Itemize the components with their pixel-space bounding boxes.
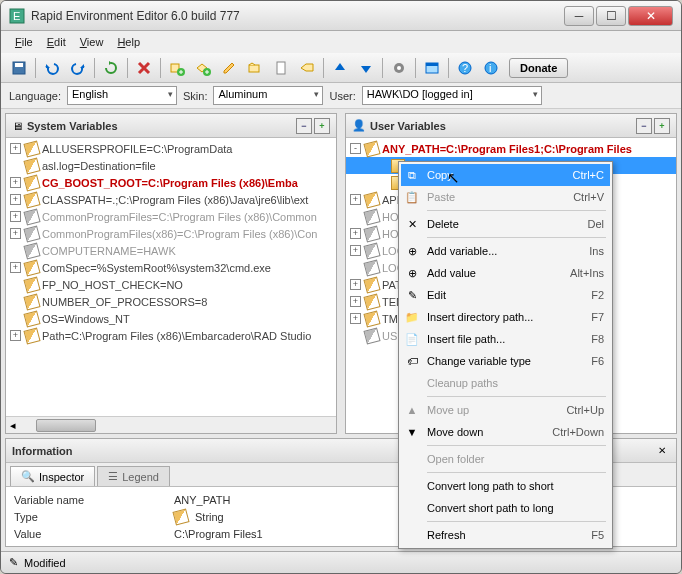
menu-view[interactable]: View [74,34,110,50]
svg-rect-3 [15,63,23,67]
modified-icon: ✎ [9,556,18,569]
svg-point-10 [397,66,401,70]
window-title: Rapid Environment Editor 6.0 build 777 [31,9,564,23]
menu-convert-long-path-to-short[interactable]: Convert long path to short [401,475,610,497]
menu-move-down[interactable]: ▼Move downCtrl+Down [401,421,610,443]
system-tree[interactable]: +ALLUSERSPROFILE=C:\ProgramDataasl.log=D… [6,138,336,416]
tree-row[interactable]: +CommonProgramFiles=C:\Program Files (x8… [6,208,336,225]
delete-button[interactable] [132,56,156,80]
edit-button[interactable] [217,56,241,80]
titlebar[interactable]: E Rapid Environment Editor 6.0 build 777… [1,1,681,31]
undo-button[interactable] [40,56,64,80]
help-button[interactable]: ? [453,56,477,80]
menu-file[interactable]: File [9,34,39,50]
sys-add-button[interactable]: + [314,118,330,134]
menu-help[interactable]: Help [111,34,146,50]
svg-text:?: ? [462,62,468,74]
sys-collapse-button[interactable]: − [296,118,312,134]
tree-row[interactable]: +ComSpec=%SystemRoot%\system32\cmd.exe [6,259,336,276]
language-select[interactable]: English [67,86,177,105]
context-menu[interactable]: ⧉CopyCtrl+C📋PasteCtrl+V✕DeleteDel⊕Add va… [398,161,613,549]
menu-edit[interactable]: ✎EditF2 [401,284,610,306]
up-button[interactable] [328,56,352,80]
svg-rect-12 [426,63,438,66]
down-button[interactable] [354,56,378,80]
usr-add-button[interactable]: + [654,118,670,134]
tree-row[interactable]: +Path=C:\Program Files (x86)\Embarcadero… [6,327,336,344]
window-button[interactable] [420,56,444,80]
tree-row[interactable]: FP_NO_HOST_CHECK=NO [6,276,336,293]
sys-pane-title: System Variables [27,120,294,132]
menu-add-variable-[interactable]: ⊕Add variable...Ins [401,240,610,262]
sys-pane-icon: 🖥 [12,120,23,132]
tab-inspector[interactable]: 🔍Inspector [10,466,95,486]
toolbar: ? i Donate [1,53,681,83]
system-variables-pane: 🖥 System Variables − + +ALLUSERSPROFILE=… [5,113,337,434]
menu-cleanup-paths: Cleanup paths [401,372,610,394]
tree-row[interactable]: +CommonProgramFiles(x86)=C:\Program File… [6,225,336,242]
refresh-button[interactable] [99,56,123,80]
usr-collapse-button[interactable]: − [636,118,652,134]
tree-row[interactable]: -ANY_PATH=C:\Program Files1;C:\Program F… [346,140,676,157]
info-button[interactable]: i [479,56,503,80]
insert-dir-button[interactable] [243,56,267,80]
add-value-button[interactable] [191,56,215,80]
menu-copy[interactable]: ⧉CopyCtrl+C [401,164,610,186]
tree-row[interactable]: +ALLUSERSPROFILE=C:\ProgramData [6,140,336,157]
menu-delete[interactable]: ✕DeleteDel [401,213,610,235]
svg-text:E: E [13,10,20,22]
minimize-button[interactable]: ─ [564,6,594,26]
app-icon: E [9,8,25,24]
menu-insert-directory-path-[interactable]: 📁Insert directory path...F7 [401,306,610,328]
options-row: Language: English Skin: Aluminum User: H… [1,83,681,109]
tree-row[interactable]: asl.log=Destination=file [6,157,336,174]
statusbar: ✎ Modified [1,551,681,573]
language-label: Language: [9,90,61,102]
usr-pane-title: User Variables [370,120,634,132]
skin-label: Skin: [183,90,207,102]
tree-row[interactable]: +CG_BOOST_ROOT=C:\Program Files (x86)\Em… [6,174,336,191]
sys-hscrollbar[interactable]: ◂ [6,416,336,433]
maximize-button[interactable]: ☐ [596,6,626,26]
info-close-button[interactable]: ✕ [658,445,670,457]
settings-button[interactable] [387,56,411,80]
menu-refresh[interactable]: RefreshF5 [401,524,610,546]
user-select[interactable]: HAWK\DO [logged in] [362,86,542,105]
menu-change-variable-type[interactable]: 🏷Change variable typeF6 [401,350,610,372]
inspector-icon: 🔍 [21,470,35,483]
tree-row[interactable]: COMPUTERNAME=HAWK [6,242,336,259]
menu-move-up: ▲Move upCtrl+Up [401,399,610,421]
legend-icon: ☰ [108,470,118,483]
tree-row[interactable]: NUMBER_OF_PROCESSORS=8 [6,293,336,310]
close-button[interactable]: ✕ [628,6,673,26]
tree-row[interactable]: +CLASSPATH=.;C:\Program Files (x86)\Java… [6,191,336,208]
menu-convert-short-path-to-long[interactable]: Convert short path to long [401,497,610,519]
redo-button[interactable] [66,56,90,80]
svg-rect-8 [277,62,285,74]
status-text: Modified [24,557,66,569]
usr-pane-icon: 👤 [352,119,366,132]
save-button[interactable] [7,56,31,80]
svg-rect-7 [249,65,259,72]
tree-row[interactable]: OS=Windows_NT [6,310,336,327]
tag-button[interactable] [295,56,319,80]
menu-paste: 📋PasteCtrl+V [401,186,610,208]
menu-edit[interactable]: Edit [41,34,72,50]
tab-legend[interactable]: ☰Legend [97,466,170,486]
user-label: User: [329,90,355,102]
menu-add-value[interactable]: ⊕Add valueAlt+Ins [401,262,610,284]
skin-select[interactable]: Aluminum [213,86,323,105]
insert-file-button[interactable] [269,56,293,80]
menu-open-folder: Open folder [401,448,610,470]
menubar: File Edit View Help [1,31,681,53]
svg-text:i: i [489,62,491,74]
add-var-button[interactable] [165,56,189,80]
menu-insert-file-path-[interactable]: 📄Insert file path...F8 [401,328,610,350]
donate-button[interactable]: Donate [509,58,568,78]
